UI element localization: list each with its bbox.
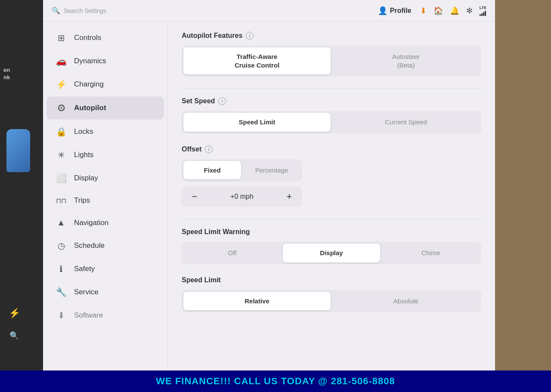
lte-indicator: LTE [480, 6, 486, 16]
sidebar-item-locks[interactable]: 🔒 Locks [46, 120, 164, 143]
download-icon[interactable]: ⬇ [420, 6, 427, 15]
autopilot-icon: ⊙ [55, 102, 67, 114]
sidebar-label-trips: Trips [74, 196, 90, 205]
relative-button[interactable]: Relative [183, 292, 331, 311]
offset-info-icon[interactable]: i [205, 145, 213, 153]
bar2 [481, 13, 483, 16]
sidebar-item-autopilot[interactable]: ⊙ Autopilot [46, 96, 164, 120]
speed-limit-title-text: Speed Limit [182, 276, 221, 284]
sidebar-item-safety[interactable]: ℹ Safety [46, 258, 164, 280]
offset-toggle-group: Fixed Percentage [182, 159, 302, 182]
bar1 [480, 14, 481, 16]
features-title: Autopilot Features i [182, 32, 481, 40]
speed-limit-toggle-group: Relative Absolute [182, 290, 481, 312]
right-panel [495, 0, 551, 370]
sidebar-label-software: Software [74, 311, 103, 320]
speed-limit-warning-title-text: Speed Limit Warning [182, 228, 250, 236]
sidebar-item-display[interactable]: ⬜ Display [46, 167, 164, 189]
safety-icon: ℹ [55, 264, 67, 274]
features-info-icon[interactable]: i [246, 32, 254, 40]
sidebar-item-dynamics[interactable]: 🚗 Dynamics [46, 50, 164, 72]
content-area: ⊞ Controls 🚗 Dynamics ⚡ Charging ⊙ Autop… [43, 22, 495, 370]
sidebar-label-autopilot: Autopilot [74, 104, 106, 112]
sidebar-label-navigation: Navigation [74, 219, 108, 227]
profile-label: Profile [390, 7, 412, 15]
speed-limit-section: Speed Limit Relative Absolute [182, 276, 481, 312]
stepper-decrement-button[interactable]: − [187, 189, 202, 204]
sidebar: ⊞ Controls 🚗 Dynamics ⚡ Charging ⊙ Autop… [43, 22, 168, 370]
divider-2 [182, 219, 481, 219]
sidebar-label-service: Service [74, 288, 99, 296]
search-icon: 🔍 [52, 6, 60, 15]
sidebar-label-locks: Locks [74, 127, 93, 136]
service-icon: 🔧 [55, 287, 67, 297]
set-speed-title: Set Speed i [182, 97, 481, 105]
search-icon-left[interactable]: 🔍 [9, 331, 19, 340]
set-speed-info-icon[interactable]: i [218, 97, 226, 105]
speed-limit-warning-section: Speed Limit Warning Off Display Chime [182, 228, 481, 264]
speed-limit-warning-title: Speed Limit Warning [182, 228, 481, 236]
sidebar-item-schedule[interactable]: ◷ Schedule [46, 235, 164, 257]
schedule-icon: ◷ [55, 241, 67, 251]
sidebar-item-software[interactable]: ⬇ Software [46, 304, 164, 327]
speed-limit-button[interactable]: Speed Limit [183, 113, 331, 132]
offset-title-text: Offset [182, 145, 201, 153]
chime-button[interactable]: Chime [382, 244, 480, 262]
tacc-button[interactable]: Traffic-Aware Cruise Control [183, 47, 331, 74]
percentage-button[interactable]: Percentage [243, 161, 300, 180]
stepper-increment-button[interactable]: + [282, 189, 297, 204]
lights-icon: ✳ [55, 150, 67, 160]
absolute-button[interactable]: Absolute [332, 292, 480, 311]
sidebar-label-lights: Lights [74, 151, 93, 159]
sidebar-item-charging[interactable]: ⚡ Charging [46, 73, 164, 96]
set-speed-title-text: Set Speed [182, 97, 215, 105]
sidebar-item-navigation[interactable]: ▲ Navigation [46, 212, 164, 234]
speed-limit-title: Speed Limit [182, 276, 481, 284]
search-placeholder: Search Settings [64, 7, 106, 14]
off-button[interactable]: Off [183, 244, 281, 262]
locks-icon: 🔒 [55, 127, 67, 137]
autosteer-button[interactable]: Autosteer (Beta) [332, 47, 480, 74]
sidebar-label-safety: Safety [74, 265, 95, 273]
sidebar-item-service[interactable]: 🔧 Service [46, 281, 164, 303]
nk-label: nk [3, 74, 10, 80]
controls-icon: ⊞ [55, 33, 67, 43]
sidebar-label-schedule: Schedule [74, 241, 105, 250]
offset-title: Offset i [182, 145, 481, 153]
lte-bars [480, 10, 486, 16]
en-label: en [3, 67, 10, 73]
autopilot-features-section: Autopilot Features i Traffic-Aware Cruis… [182, 32, 481, 76]
bottom-banner: WE FINANCE!!! CALL US TODAY @ 281-506-88… [0, 370, 551, 392]
dynamics-icon: 🚗 [55, 56, 67, 66]
sidebar-item-controls[interactable]: ⊞ Controls [46, 27, 164, 49]
display-icon: ⬜ [55, 173, 67, 183]
offset-section: Offset i Fixed Percentage − +0 mph + [182, 145, 481, 207]
features-toggle-group: Traffic-Aware Cruise Control Autosteer (… [182, 46, 481, 76]
sidebar-label-controls: Controls [74, 34, 101, 42]
bell-icon[interactable]: 🔔 [450, 6, 459, 15]
sidebar-label-dynamics: Dynamics [74, 57, 106, 65]
bluetooth-icon[interactable]: ✻ [466, 6, 473, 15]
banner-text: WE FINANCE!!! CALL US TODAY @ 281-506-88… [156, 376, 395, 387]
car-preview [6, 129, 30, 172]
left-panel: en nk ⚡ 🔍 [0, 0, 43, 370]
trips-icon: ⊓⊓ [55, 197, 67, 205]
profile-icon: 👤 [378, 6, 387, 15]
fixed-button[interactable]: Fixed [183, 161, 241, 180]
display-button[interactable]: Display [283, 244, 381, 262]
autopilot-content: Autopilot Features i Traffic-Aware Cruis… [168, 22, 495, 370]
garage-icon[interactable]: 🏠 [433, 6, 443, 15]
software-icon: ⬇ [55, 310, 67, 321]
current-speed-button[interactable]: Current Speed [332, 113, 480, 132]
sidebar-label-charging: Charging [74, 80, 104, 89]
bar3 [483, 12, 484, 16]
offset-value: +0 mph [230, 193, 254, 201]
sidebar-item-trips[interactable]: ⊓⊓ Trips [46, 190, 164, 211]
profile-button[interactable]: 👤 Profile [378, 6, 412, 15]
sidebar-item-lights[interactable]: ✳ Lights [46, 144, 164, 166]
bar4 [485, 11, 486, 16]
profile-area: 👤 Profile ⬇ 🏠 🔔 ✻ LTE [378, 6, 486, 16]
set-speed-toggle-group: Speed Limit Current Speed [182, 111, 481, 133]
search-area[interactable]: 🔍 Search Settings [52, 6, 106, 15]
speed-limit-warning-toggle-group: Off Display Chime [182, 242, 481, 264]
